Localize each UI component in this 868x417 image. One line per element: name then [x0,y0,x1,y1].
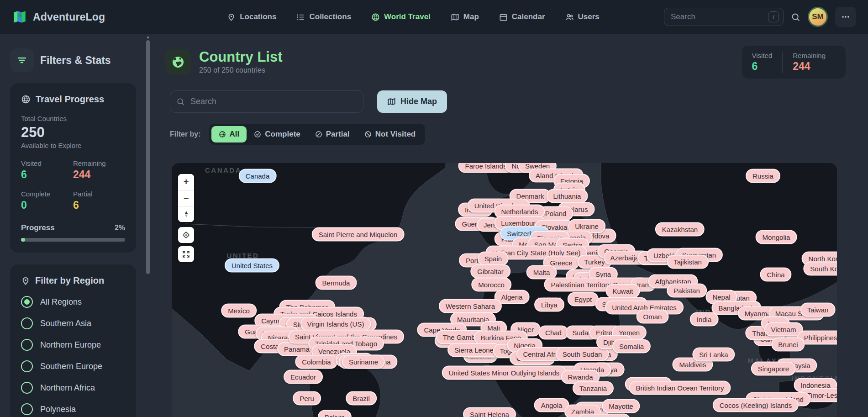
compass-button[interactable] [178,206,194,222]
region-option-northern-africa[interactable]: Northern Africa [21,382,125,394]
country-pill[interactable]: Mayotte [602,399,640,413]
nav-item-locations[interactable]: Locations [227,12,276,21]
total-countries-label: Total Countries [21,115,125,122]
top-navbar: AdventureLog Locations Collections World… [0,0,868,34]
region-option-northern-europe[interactable]: Northern Europe [21,339,125,351]
country-pill[interactable]: Pakistan [667,284,707,298]
total-countries-sub: Available to Explore [21,142,125,149]
country-pill[interactable]: South Korea [803,262,837,276]
globe-icon [219,131,226,138]
sidebar-title: Filters & Stats [40,54,111,67]
avatar[interactable]: SM [808,7,828,27]
sidebar-header: Filters & Stats [10,48,136,72]
country-pill[interactable]: Sri Lanka [692,348,735,362]
nav-links: Locations Collections World Travel Map C… [227,12,600,21]
country-pill[interactable]: Spain [478,252,509,266]
country-pill[interactable]: Libya [534,298,564,312]
country-pill[interactable]: Taiwan [800,303,836,317]
region-option-southern-europe[interactable]: Southern Europe [21,360,125,372]
country-pill[interactable]: Mexico [221,304,257,318]
country-pill[interactable]: Brazil [346,391,377,406]
globe-badge-icon [165,49,191,75]
country-pill[interactable]: Tanzania [573,381,614,396]
region-option-polynesia[interactable]: Polynesia [21,403,125,415]
navbar-search-input[interactable] [664,8,784,26]
app-brand[interactable]: AdventureLog [12,9,163,25]
visited-value: 6 [752,60,773,73]
country-pill[interactable]: Brunei [771,338,805,352]
country-pill[interactable]: Sierra Leone [447,343,500,357]
country-pill[interactable]: Canada [239,169,277,183]
country-search-input[interactable] [170,90,363,113]
country-pill[interactable]: Bermuda [316,276,357,290]
progress-bar [21,238,125,242]
filter-icon [10,48,34,72]
country-pill[interactable]: Chad [538,326,568,340]
country-pill[interactable]: Mongolia [756,230,797,244]
country-pill[interactable]: Oman [637,310,669,324]
nav-item-collections[interactable]: Collections [296,12,351,21]
country-pill[interactable]: Lithuania [547,189,588,203]
country-pill[interactable]: Virgin Islands (US) [300,317,371,331]
country-pill[interactable]: Ecuador [284,370,323,384]
country-pill[interactable]: Bolivia [318,410,352,417]
region-option-southern-asia[interactable]: Southern Asia [21,317,125,329]
search-icon-button[interactable] [791,12,800,22]
country-pill[interactable]: Angola [534,398,569,412]
nav-item-users[interactable]: Users [565,12,600,21]
country-pill[interactable]: Mozambique [578,414,631,417]
nav-item-world-travel[interactable]: World Travel [371,12,431,21]
country-pill[interactable]: Saint Pierre and Miquelon [312,227,405,242]
zoom-in-button[interactable]: + [178,174,194,190]
country-pill[interactable]: Vietnam [764,322,803,337]
fullscreen-button[interactable] [178,246,194,262]
nav-right-tools: / SM [664,7,856,27]
complete-value: 0 [21,199,73,211]
country-pill[interactable]: Saint Helena [463,407,516,417]
country-pill[interactable]: India [690,312,719,327]
country-pill[interactable]: Singapore [751,362,796,376]
card-title: Travel Progress [36,94,104,105]
navbar-search: / [664,8,784,26]
country-pill[interactable]: Cocos (Keeling) Islands [713,398,799,412]
country-pill[interactable]: Western Sahara [439,299,502,313]
country-pill[interactable]: British Indian Ocean Territory [629,381,731,395]
country-pill[interactable]: Somalia [612,339,651,354]
zoom-out-button[interactable]: − [178,190,194,206]
country-pill[interactable]: Suriname [342,355,385,369]
country-pill[interactable]: China [760,268,791,282]
country-pill[interactable]: Kuwait [605,284,640,298]
radio-icon[interactable] [21,360,33,372]
filter-partial-button[interactable]: Partial [308,126,357,143]
nav-item-map[interactable]: Map [451,12,479,21]
scrollbar-up-arrow[interactable]: ▲ [145,35,151,39]
scrollbar-thumb[interactable] [146,40,150,274]
app-logo-icon [12,9,27,25]
filter-all-button[interactable]: All [211,126,247,143]
region-option-all-regions[interactable]: All Regions [21,296,125,308]
radio-icon[interactable] [21,382,33,394]
nav-item-calendar[interactable]: Calendar [499,12,545,21]
more-menu-button[interactable] [835,7,856,27]
scrollbar[interactable]: ▲ [145,34,151,417]
radio-icon[interactable] [21,403,33,415]
country-pill[interactable]: Russia [746,169,780,183]
country-pill[interactable]: Egypt [568,292,599,306]
locate-button[interactable] [178,227,194,243]
country-pill[interactable]: United States [225,259,279,273]
country-pill[interactable]: Kazakhstan [655,222,705,237]
country-pill[interactable]: Colombia [295,355,337,369]
radio-icon[interactable] [21,296,33,308]
radio-icon[interactable] [21,339,33,351]
radio-icon[interactable] [21,317,33,329]
country-pill[interactable]: South Sudan [556,347,609,361]
country-pill[interactable]: Tajikistan [667,255,709,269]
world-map[interactable]: + − CANADAUNITEDLIBYAINDIAMALAYSIAINDONE… [172,163,837,417]
map-zoom-controls: + − [178,174,194,222]
country-pill[interactable]: United States Minor Outlying Islands [442,366,567,380]
filter-complete-button[interactable]: Complete [247,126,307,143]
country-pill[interactable]: Peru [293,391,321,406]
country-pill[interactable]: Gibraltar [470,264,510,279]
filter-not-visited-button[interactable]: Not Visited [357,126,423,143]
hide-map-button[interactable]: Hide Map [377,90,447,113]
